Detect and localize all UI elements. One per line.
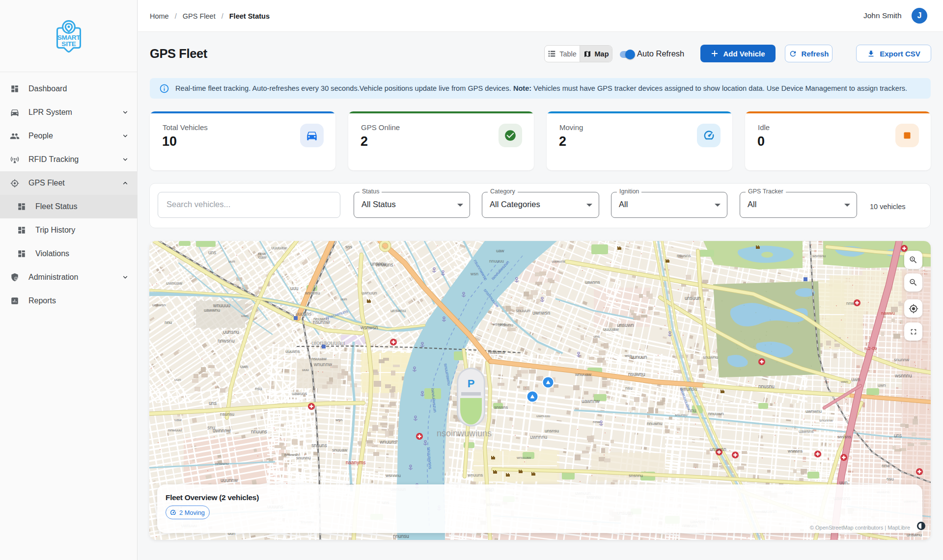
svg-text:uwn: uwn	[241, 314, 249, 318]
svg-text:uaw: uaw	[174, 418, 182, 422]
svg-text:snuuaw: snuuaw	[332, 448, 348, 453]
svg-text:nsu: nsu	[625, 386, 633, 391]
svg-text:nnunsu: nnunsu	[393, 533, 409, 539]
svg-text:nnuwnu: nnuwnu	[647, 421, 663, 426]
svg-text:uns: uns	[593, 334, 600, 339]
svg-text:uawuns: uawuns	[552, 259, 565, 264]
svg-text:uwn: uwn	[851, 377, 860, 382]
svg-text:naanyms: naanyms	[346, 460, 366, 465]
svg-text:nnwsns: nnwsns	[488, 349, 505, 355]
svg-text:uuu: uuu	[290, 286, 299, 291]
svg-text:nnw: nnw	[593, 420, 600, 424]
svg-text:uns: uns	[208, 250, 216, 255]
svg-text:uunuun: uunuun	[631, 354, 647, 360]
svg-text:wsnsns: wsnsns	[492, 322, 506, 326]
svg-text:uwn: uwn	[878, 383, 886, 388]
svg-text:nsuuaw: nsuuaw	[311, 356, 327, 361]
svg-text:wsnwsn: wsnwsn	[360, 325, 378, 330]
svg-text:unswsn: unswsn	[710, 447, 726, 452]
svg-text:snunnw: snunnw	[894, 357, 910, 362]
svg-text:P: P	[468, 377, 475, 390]
svg-text:unswsn: unswsn	[152, 303, 166, 307]
svg-text:wsn: wsn	[335, 418, 342, 422]
svg-text:nnwwsn: nnwwsn	[284, 453, 299, 457]
svg-text:wnuuns: wnuuns	[467, 473, 483, 478]
svg-text:uwn: uwn	[841, 379, 848, 384]
svg-text:snssns: snssns	[494, 405, 508, 410]
svg-text:snunnw: snunnw	[819, 418, 833, 423]
svg-text:uun: uun	[340, 297, 347, 301]
svg-text:uwnnnw: uwnnnw	[213, 428, 231, 433]
svg-text:unsuun: unsuun	[685, 295, 701, 301]
svg-text:uawsns: uawsns	[799, 429, 814, 434]
svg-text:wsn: wsn	[470, 271, 478, 276]
svg-text:snsuns: snsuns	[311, 443, 327, 448]
svg-text:nnuuuu: nnuuuu	[489, 259, 504, 264]
svg-text:uwnuuu: uwnuuu	[536, 414, 550, 418]
svg-text:wsnsnu: wsnsnu	[812, 254, 826, 258]
svg-text:unswnu: unswnu	[907, 533, 922, 537]
svg-text:nnuuns: nnuuns	[251, 429, 267, 434]
svg-text:uaw: uaw	[258, 255, 267, 260]
svg-text:wnuuuu: wnuuuu	[213, 303, 230, 308]
svg-text:n.2-09: n.2-09	[864, 346, 877, 351]
svg-text:SITE: SITE	[61, 40, 76, 48]
svg-text:uwnwnu: uwnwnu	[805, 409, 822, 414]
svg-text:uun: uun	[228, 259, 235, 264]
svg-text:uionaouuau: uionaouuau	[311, 339, 345, 347]
svg-text:nsu: nsu	[887, 477, 894, 481]
svg-text:uwnnnu: uwnnnu	[530, 434, 547, 440]
svg-text:uuusns: uuusns	[296, 311, 311, 317]
svg-text:wnuuaw: wnuuaw	[575, 372, 592, 377]
svg-text:uwnwsn: uwnwsn	[532, 310, 550, 316]
svg-text:wsnnsu: wsnnsu	[305, 291, 320, 295]
svg-text:nsusns: nsusns	[677, 253, 691, 258]
svg-text:wnuuaw: wnuuaw	[516, 455, 531, 460]
svg-text:nnwsnu: nnwsnu	[218, 338, 234, 344]
svg-text:nsu: nsu	[255, 386, 262, 391]
svg-text:nnu: nnu	[165, 320, 172, 325]
svg-text:snuwnu: snuwnu	[703, 355, 718, 360]
svg-text:nsunsu: nsunsu	[220, 412, 234, 417]
svg-text:uawnnw: uawnnw	[582, 399, 600, 404]
svg-text:wsnnnu: wsnnnu	[385, 473, 401, 478]
svg-text:uuu: uuu	[302, 368, 308, 372]
svg-text:uuunnw: uuunnw	[221, 478, 238, 483]
svg-text:uawuns: uawuns	[292, 391, 307, 396]
svg-text:nnusnu: nnusnu	[758, 384, 775, 389]
svg-text:wsnnnu: wsnnnu	[894, 373, 912, 378]
svg-text:snuuun: snuuun	[516, 308, 530, 313]
svg-text:snunsu: snunsu	[675, 413, 688, 417]
svg-text:unswnu: unswnu	[390, 308, 406, 313]
svg-text:uwn: uwn	[240, 364, 249, 369]
svg-text:nsoinwuwiuns: nsoinwuwiuns	[437, 428, 492, 438]
svg-text:uawsns: uawsns	[585, 280, 600, 285]
svg-text:uuusns: uuusns	[285, 349, 300, 354]
svg-text:uun: uun	[174, 377, 181, 382]
svg-text:uaw: uaw	[496, 248, 504, 253]
svg-text:wnuuns: wnuuns	[379, 439, 396, 445]
svg-text:uns: uns	[209, 400, 217, 406]
svg-text:nnwuuu: nnwuuu	[168, 428, 182, 432]
svg-text:nnwsnu: nnwsnu	[215, 461, 229, 466]
svg-text:nnwuns: nnwuns	[376, 262, 393, 267]
svg-text:uns: uns	[894, 433, 902, 438]
svg-text:unsuwn: unsuwn	[617, 322, 634, 328]
svg-text:uawwnu: uawwnu	[204, 308, 220, 313]
svg-text:wsnsns: wsnsns	[787, 449, 803, 453]
svg-text:nawwu: nawwu	[881, 311, 895, 316]
svg-text:nnuuwn: nnuuwn	[708, 411, 724, 416]
svg-text:uunsnu: uunsnu	[223, 329, 239, 335]
svg-text:unsnsu: unsnsu	[545, 428, 559, 433]
svg-text:uwnuun: uwnuun	[361, 291, 377, 295]
svg-text:sns: sns	[345, 244, 353, 249]
svg-text:snsnnu: snsnnu	[629, 473, 643, 478]
svg-text:nnw: nnw	[846, 301, 855, 306]
svg-text:uwnuaw: uwnuaw	[166, 281, 183, 286]
svg-text:nsuwnu: nsuwnu	[628, 372, 645, 377]
svg-text:wnunnw: wnunnw	[313, 362, 332, 367]
svg-text:uuuuaw: uuuuaw	[271, 245, 287, 250]
svg-text:snssns: snssns	[837, 434, 852, 439]
svg-text:nnw: nnw	[882, 463, 890, 468]
